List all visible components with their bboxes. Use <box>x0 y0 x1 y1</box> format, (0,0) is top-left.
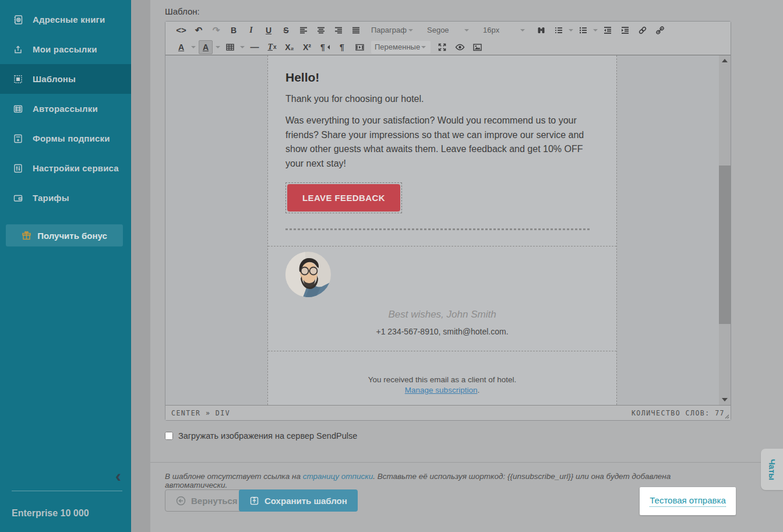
preview-eye-button[interactable] <box>453 40 467 54</box>
get-bonus-label: Получить бонус <box>37 231 107 241</box>
sidebar-item-my-campaigns[interactable]: Мои рассылки <box>0 34 131 64</box>
scroll-up-button[interactable] <box>719 55 731 65</box>
chevron-down-icon <box>520 29 525 34</box>
insert-image-button[interactable] <box>470 40 484 54</box>
unlink-button[interactable] <box>653 23 667 37</box>
undo-button[interactable]: ↶ <box>192 23 206 37</box>
font-family-dropdown[interactable]: Segoe <box>424 24 474 37</box>
table-button[interactable] <box>223 40 237 54</box>
text-color-button[interactable]: A <box>174 40 188 54</box>
sidebar-item-templates[interactable]: Шаблоны <box>0 64 131 94</box>
sidebar-item-service-settings[interactable]: Настройки сервиса <box>0 153 131 183</box>
font-size-dropdown[interactable]: 16px <box>479 24 530 37</box>
chevron-down-icon[interactable] <box>569 29 573 34</box>
editor-statusbar: CENTER » DIV КОЛИЧЕСТВО СЛОВ: 77 <box>165 405 731 420</box>
manage-subscription-link[interactable]: Manage subscription <box>405 386 478 394</box>
align-center-button[interactable] <box>314 23 328 37</box>
save-icon <box>249 496 259 506</box>
avatar <box>285 252 599 297</box>
paragraph-mark-button[interactable]: ¶ <box>335 40 349 54</box>
chats-tab[interactable]: Чаты <box>761 449 783 490</box>
main-panel: Шаблон: <> ↶ ↷ B I U S <box>150 0 783 532</box>
subscript-button[interactable]: X₂ <box>283 40 297 54</box>
background-color-button[interactable]: A <box>199 40 213 54</box>
footer-divider <box>150 462 783 463</box>
align-right-button[interactable] <box>331 23 345 37</box>
leave-feedback-button[interactable]: LEAVE FEEDBACK <box>287 184 400 212</box>
chevron-down-icon[interactable] <box>191 46 196 51</box>
block-boundary <box>268 246 616 246</box>
plan-badge: Enterprise 10 000 <box>12 508 89 519</box>
email-template-body[interactable]: Hello! Thank you for choosing our hotel.… <box>267 55 617 405</box>
email-contacts: +1 234-567-8910, smith@hotel.com. <box>285 327 599 336</box>
resize-handle-icon[interactable] <box>724 414 729 419</box>
superscript-button[interactable]: X² <box>300 40 314 54</box>
sidebar-item-label: Адресные книги <box>33 15 105 24</box>
chevron-down-icon[interactable] <box>593 29 598 34</box>
test-send-link[interactable]: Тестовая отправка <box>650 495 726 507</box>
upload-images-label: Загружать изображения на сервер SendPuls… <box>178 431 357 441</box>
sidebar-item-pricing[interactable]: Тарифы <box>0 183 131 213</box>
sidebar-item-label: Тарифы <box>33 193 69 203</box>
bullet-list-button[interactable] <box>552 23 566 37</box>
sidebar-item-subscription-forms[interactable]: Формы подписки <box>0 124 131 153</box>
back-button[interactable]: Вернуться <box>165 489 249 512</box>
block-boundary <box>268 351 616 351</box>
campaigns-icon <box>13 44 23 55</box>
chevron-down-icon[interactable] <box>240 46 245 51</box>
source-code-button[interactable]: <> <box>174 23 188 37</box>
upload-images-checkbox[interactable] <box>165 432 173 440</box>
template-field-label: Шаблон: <box>165 6 200 16</box>
triangle-up-icon <box>722 56 728 62</box>
unsubscribe-note: В шаблоне отсутствует ссылка на страницу… <box>165 472 689 489</box>
email-footer: You received this email as a client of h… <box>285 375 599 396</box>
strikethrough-button[interactable]: S <box>279 23 293 37</box>
clear-format-button[interactable]: Tx <box>265 40 279 54</box>
selected-element-outline: LEAVE FEEDBACK <box>285 182 402 213</box>
media-embed-button[interactable] <box>352 40 366 54</box>
toolbar-row-2: A A — Tx X₂ X² ¶ ¶ <box>172 38 724 55</box>
sendpulse-template-editor: Адресные книги Мои рассылки Шаблоны <box>0 0 783 532</box>
sidebar-collapse-button[interactable]: ‹ <box>115 468 130 486</box>
chevron-down-icon <box>464 29 469 34</box>
test-send-spotlight: Тестовая отправка <box>640 487 736 515</box>
sidebar-item-address-books[interactable]: Адресные книги <box>0 5 131 34</box>
word-count: КОЛИЧЕСТВО СЛОВ: 77 <box>632 409 725 417</box>
sidebar-item-label: Настройки сервиса <box>33 163 119 173</box>
unsubscribe-page-link[interactable]: страницу отписки <box>303 472 373 481</box>
insert-link-button[interactable] <box>636 23 650 37</box>
scrollbar-thumb[interactable] <box>719 165 731 324</box>
editor-scrollbar[interactable] <box>719 55 731 405</box>
paragraph-rtl-button[interactable]: ¶ <box>318 40 331 54</box>
variables-dropdown[interactable]: Переменные <box>371 41 431 54</box>
paragraph-format-dropdown[interactable]: Параграф <box>368 24 418 37</box>
scroll-down-button[interactable] <box>719 396 731 405</box>
back-arrow-icon <box>176 496 186 506</box>
numbered-list-button[interactable] <box>576 23 590 37</box>
find-replace-icon[interactable] <box>534 23 548 37</box>
outdent-button[interactable] <box>601 23 615 37</box>
align-justify-button[interactable] <box>349 23 363 37</box>
bold-button[interactable]: B <box>227 23 241 37</box>
chevron-down-icon <box>408 29 413 34</box>
save-template-button[interactable]: Сохранить шаблон <box>239 489 358 512</box>
chevron-down-icon[interactable] <box>216 46 220 51</box>
get-bonus-button[interactable]: Получить бонус <box>6 224 123 246</box>
element-path[interactable]: CENTER » DIV <box>171 409 230 417</box>
triangle-left-icon <box>325 45 330 50</box>
fullscreen-button[interactable] <box>435 40 449 54</box>
underline-button[interactable]: U <box>262 23 276 37</box>
redo-button[interactable]: ↷ <box>209 23 223 37</box>
indent-button[interactable] <box>618 23 632 37</box>
italic-button[interactable]: I <box>244 23 258 37</box>
sidebar-item-label: Формы подписки <box>33 133 110 143</box>
sidebar-item-label: Шаблоны <box>33 74 76 84</box>
editor-canvas[interactable]: Hello! Thank you for choosing our hotel.… <box>165 55 731 405</box>
gift-icon <box>22 231 31 241</box>
email-paragraph: Thank you for choosing our hotel. <box>285 94 599 104</box>
horizontal-rule-button[interactable]: — <box>248 40 262 54</box>
align-left-button[interactable] <box>297 23 311 37</box>
email-signature: Best wishes, John Smith <box>285 309 599 320</box>
sidebar-item-automations[interactable]: Авторассылки <box>0 94 131 124</box>
email-paragraph: Was everything to your satisfaction? Wou… <box>285 114 599 171</box>
